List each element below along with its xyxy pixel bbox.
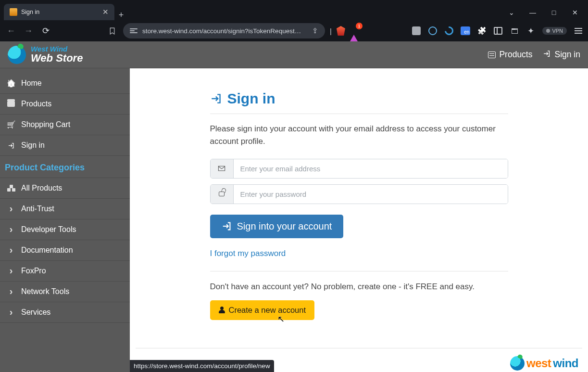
nav-back-button: ←: [5, 25, 17, 37]
sidebar-item-home[interactable]: Home: [0, 73, 130, 94]
brand-logo-link[interactable]: West Wind Web Store: [8, 45, 83, 64]
envelope-icon: [211, 159, 234, 178]
nav-forward-button: →: [22, 25, 35, 37]
url-text: store.west-wind.com/account/signin?isTok…: [142, 27, 301, 35]
user-icon: [219, 307, 225, 313]
sidebar-category-network-tools[interactable]: Network Tools: [0, 282, 130, 302]
window-minimize-button[interactable]: ―: [524, 5, 542, 20]
app-menu-button[interactable]: [574, 26, 583, 36]
password-field[interactable]: [234, 185, 508, 204]
window-maximize-button[interactable]: □: [545, 5, 563, 20]
home-icon: [7, 79, 15, 88]
topnav-signin[interactable]: Sign in: [543, 50, 580, 60]
list-icon: [488, 51, 496, 58]
brave-shields-icon[interactable]: [337, 26, 345, 36]
extensions-icon[interactable]: [477, 26, 487, 36]
signin-icon: [7, 141, 15, 150]
footer-logo-icon: [510, 356, 525, 371]
brand-line1: West Wind: [31, 45, 83, 52]
status-bar: https://store.west-wind.com/account/prof…: [130, 360, 274, 372]
reload-button[interactable]: ⟳: [39, 25, 52, 37]
email-field[interactable]: [234, 159, 508, 178]
tab-close-button[interactable]: ✕: [102, 8, 109, 16]
rewards-badge: 1: [356, 23, 363, 29]
package-icon: [7, 100, 15, 108]
chevron-right-icon: [7, 308, 15, 317]
chevron-right-icon: [7, 267, 15, 275]
no-account-text: Don't have an account yet? No problem, c…: [210, 282, 508, 292]
chevron-right-icon: [7, 225, 15, 234]
new-tab-button[interactable]: +: [114, 10, 128, 20]
brave-rewards-icon[interactable]: 1: [350, 26, 358, 35]
lead-text: Please sign into your account with your …: [210, 123, 508, 148]
footer-logo[interactable]: westwind: [510, 356, 578, 371]
unlock-icon: [211, 185, 234, 204]
window-close-button[interactable]: ✕: [566, 5, 584, 20]
favicon-icon: [10, 8, 17, 16]
leo-ai-icon[interactable]: [526, 26, 536, 36]
extension-3-icon[interactable]: [444, 26, 454, 36]
signin-icon: [543, 50, 551, 60]
divider: [210, 271, 508, 271]
password-input-group: [210, 184, 508, 204]
chevron-right-icon: [7, 246, 15, 255]
sidebar-categories-header: Product Categories: [0, 156, 130, 178]
translate-icon[interactable]: en: [461, 26, 470, 36]
extension-1-icon[interactable]: [412, 26, 421, 36]
sidepanel-icon[interactable]: [493, 26, 503, 36]
vpn-status-dot-icon: [546, 29, 550, 33]
sidebar-item-cart[interactable]: Shopping Cart: [0, 115, 130, 135]
sidebar-category-all-products[interactable]: All Products: [0, 178, 130, 199]
chevron-right-icon: [7, 287, 15, 296]
browser-tab[interactable]: Sign in ✕: [4, 4, 114, 20]
sidebar-item-signin[interactable]: Sign in: [0, 135, 130, 156]
boxes-icon: [7, 184, 15, 192]
site-settings-icon[interactable]: [130, 28, 138, 33]
page-title: Sign in: [210, 90, 508, 114]
sidebar-item-products[interactable]: Products: [0, 94, 130, 115]
forgot-password-link[interactable]: I forgot my password: [210, 249, 286, 258]
sidebar: Home Products Shopping Cart Sign in Prod…: [0, 68, 130, 372]
chevron-right-icon: [7, 205, 15, 213]
topnav-products[interactable]: Products: [488, 50, 532, 60]
tab-title: Sign in: [21, 9, 39, 15]
address-bar[interactable]: store.west-wind.com/account/signin?isTok…: [123, 23, 325, 38]
email-input-group: [210, 159, 508, 179]
brand-line2: Web Store: [31, 52, 83, 64]
sidebar-category-anti-trust[interactable]: Anti-Trust: [0, 199, 130, 219]
signin-submit-button[interactable]: Sign into your account: [210, 215, 344, 238]
vpn-button[interactable]: VPN: [542, 27, 567, 35]
sidebar-category-developer-tools[interactable]: Developer Tools: [0, 219, 130, 240]
brand-logo-icon: [8, 46, 26, 64]
bookmark-icon[interactable]: [106, 25, 118, 37]
create-account-button[interactable]: Create a new account: [210, 300, 315, 320]
sidebar-category-documentation[interactable]: Documentation: [0, 240, 130, 261]
sidebar-category-services[interactable]: Services: [0, 302, 130, 323]
chevron-down-icon[interactable]: ⌄: [502, 5, 521, 20]
wallet-icon[interactable]: [510, 26, 519, 36]
sidebar-category-foxpro[interactable]: FoxPro: [0, 261, 130, 282]
cart-icon: [7, 120, 15, 129]
extension-2-icon[interactable]: [428, 26, 438, 36]
share-icon[interactable]: ⇪: [312, 26, 318, 35]
